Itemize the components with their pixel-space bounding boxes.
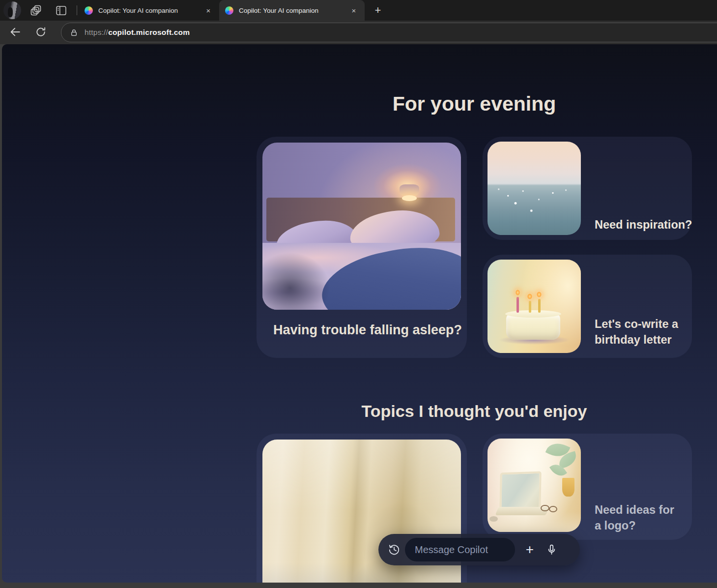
tab-copilot-1[interactable]: Copilot: Your AI companion × — [79, 0, 219, 21]
url-text: https://copilot.microsoft.com — [85, 28, 190, 37]
card-caption: Let's co-write a birthday letter — [595, 317, 683, 348]
card-caption: Need ideas for a logo? — [595, 502, 683, 533]
url-scheme: https:// — [85, 28, 108, 36]
calm-ocean-horizon-painting — [488, 142, 581, 235]
history-icon — [387, 542, 402, 557]
microphone-button[interactable] — [543, 541, 560, 559]
back-icon — [8, 25, 22, 39]
message-input[interactable] — [405, 538, 515, 561]
suggestion-card-logo[interactable]: Need ideas for a logo? — [483, 434, 692, 540]
tab-title: Copilot: Your AI companion — [239, 7, 348, 14]
history-button[interactable] — [385, 541, 403, 559]
suggestion-card-birthday[interactable]: Let's co-write a birthday letter — [483, 255, 692, 358]
vertical-tabs-icon — [55, 4, 68, 17]
copilot-page: For your evening Having trouble falling … — [2, 44, 717, 583]
new-tab-button[interactable]: + — [371, 3, 385, 17]
bedside-lamp-bedroom-painting — [262, 143, 461, 310]
attach-plus-button[interactable]: + — [521, 541, 539, 559]
browser-titlebar: Copilot: Your AI companion × Copilot: Yo… — [0, 0, 717, 21]
profile-avatar[interactable] — [3, 1, 21, 19]
url-host: copilot.microsoft.com — [108, 28, 190, 36]
address-bar[interactable]: https://copilot.microsoft.com — [61, 23, 717, 42]
tabstrip-separator — [77, 5, 77, 15]
laptop-desk-painting — [488, 439, 581, 532]
tab-copilot-2-active[interactable]: Copilot: Your AI companion × — [219, 0, 365, 21]
refresh-button[interactable] — [32, 24, 49, 40]
card-caption: Need inspiration? — [595, 217, 692, 233]
suggestion-card-sleep[interactable]: Having trouble falling asleep? — [257, 137, 467, 358]
microphone-icon — [545, 543, 559, 557]
birthday-cake-painting — [488, 260, 581, 353]
section-title-topics: Topics I thought you'd enjoy — [257, 402, 692, 421]
vertical-tabs-button[interactable] — [54, 4, 68, 17]
message-composer: + — [378, 534, 580, 565]
workspaces-button[interactable] — [29, 4, 43, 17]
workspaces-icon — [29, 4, 43, 17]
suggestion-card-inspiration[interactable]: Need inspiration? — [483, 137, 692, 240]
section-title-evening: For your evening — [257, 92, 692, 116]
card-caption: Having trouble falling asleep? — [273, 323, 462, 338]
lock-icon — [69, 28, 79, 37]
copilot-logo-icon — [225, 6, 233, 15]
tab-close-button[interactable]: × — [348, 4, 360, 16]
copilot-logo-icon — [85, 6, 93, 15]
tab-title: Copilot: Your AI companion — [98, 7, 202, 14]
refresh-icon — [34, 26, 47, 38]
tab-close-button[interactable]: × — [202, 4, 214, 16]
back-button[interactable] — [7, 24, 24, 40]
